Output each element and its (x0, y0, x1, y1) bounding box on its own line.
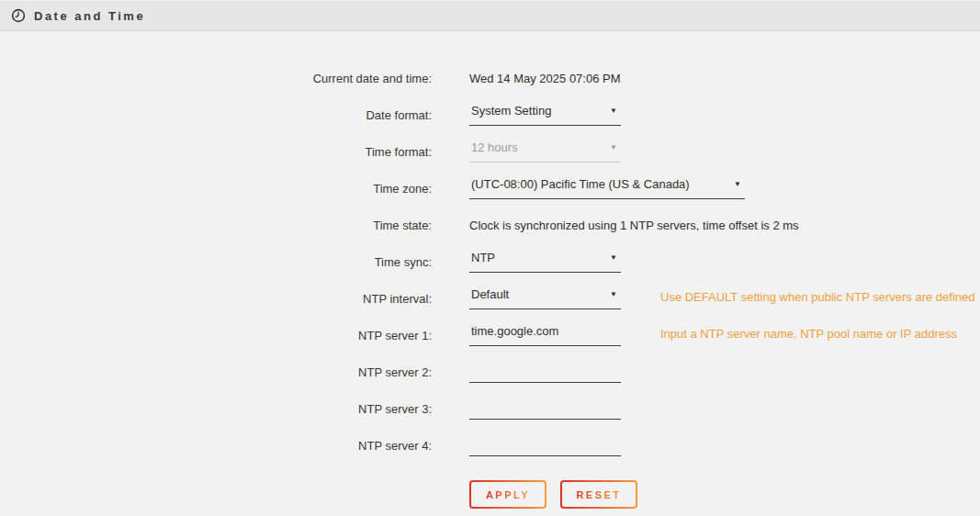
ntp-server-2-input[interactable] (469, 361, 621, 383)
row-ntp-server-4: NTP server 4: (0, 427, 980, 464)
panel-header: Date and Time (0, 0, 980, 31)
row-ntp-server-1: NTP server 1: Input a NTP server name, N… (0, 317, 980, 353)
field-label: NTP server 3: (0, 402, 432, 416)
time-zone-select[interactable]: (UTC-08:00) Pacific Time (US & Canada) ▼ (469, 177, 745, 199)
row-time-zone: Time zone: (UTC-08:00) Pacific Time (US … (0, 170, 980, 207)
select-value: 12 hours (471, 140, 518, 154)
row-time-state: Time state: Clock is synchronized using … (0, 207, 980, 243)
time-sync-select[interactable]: NTP ▼ (469, 251, 621, 273)
field-label: Time zone: (0, 182, 432, 196)
ntp-server-3-input[interactable] (469, 398, 621, 420)
row-time-sync: Time sync: NTP ▼ (0, 243, 980, 280)
reset-button[interactable]: RESET (560, 480, 637, 509)
chevron-down-icon: ▼ (610, 287, 617, 298)
panel-title: Date and Time (34, 9, 145, 23)
date-time-panel: Date and Time Current date and time: Wed… (0, 0, 980, 516)
date-time-form: Current date and time: Wed 14 May 2025 0… (0, 31, 980, 509)
field-label: Time state: (0, 219, 432, 232)
field-label: NTP server 2: (0, 365, 432, 379)
chevron-down-icon: ▼ (734, 177, 741, 188)
button-row: APPLY RESET (469, 480, 980, 509)
row-current-datetime: Current date and time: Wed 14 May 2025 0… (0, 60, 980, 96)
row-time-format: Time format: 12 hours ▼ (0, 133, 980, 170)
row-date-format: Date format: System Setting ▼ (0, 96, 980, 133)
ntp-server-4-input[interactable] (469, 434, 621, 456)
select-value: System Setting (471, 104, 551, 118)
chevron-down-icon: ▼ (610, 251, 617, 262)
field-label: Time sync: (0, 255, 432, 269)
apply-button[interactable]: APPLY (469, 480, 546, 509)
select-value: NTP (471, 251, 495, 264)
reset-button-label: RESET (576, 489, 621, 500)
field-label: NTP server 1: (0, 329, 432, 342)
select-value: (UTC-08:00) Pacific Time (US & Canada) (471, 177, 690, 191)
field-label: Current date and time: (0, 72, 432, 85)
time-state-value: Clock is synchronized using 1 NTP server… (469, 219, 799, 232)
field-label: NTP server 4: (0, 439, 432, 453)
ntp-interval-hint: Use DEFAULT setting when public NTP serv… (660, 290, 975, 304)
row-ntp-interval: NTP interval: Default ▼ Use DEFAULT sett… (0, 280, 980, 317)
clock-icon (11, 8, 26, 23)
time-format-select: 12 hours ▼ (469, 140, 621, 163)
chevron-down-icon: ▼ (610, 104, 617, 115)
field-label: Date format: (0, 108, 432, 122)
ntp-server-1-hint: Input a NTP server name, NTP pool name o… (660, 327, 957, 341)
field-label: NTP interval: (0, 292, 432, 306)
ntp-server-1-input[interactable] (469, 324, 621, 346)
select-value: Default (471, 287, 509, 301)
row-ntp-server-3: NTP server 3: (0, 390, 980, 427)
date-format-select[interactable]: System Setting ▼ (469, 104, 621, 126)
chevron-down-icon: ▼ (610, 140, 617, 151)
field-label: Time format: (0, 145, 432, 159)
row-ntp-server-2: NTP server 2: (0, 353, 980, 390)
ntp-interval-select[interactable]: Default ▼ (469, 287, 621, 309)
apply-button-label: APPLY (486, 489, 530, 500)
current-datetime-value: Wed 14 May 2025 07:06 PM (469, 72, 621, 85)
